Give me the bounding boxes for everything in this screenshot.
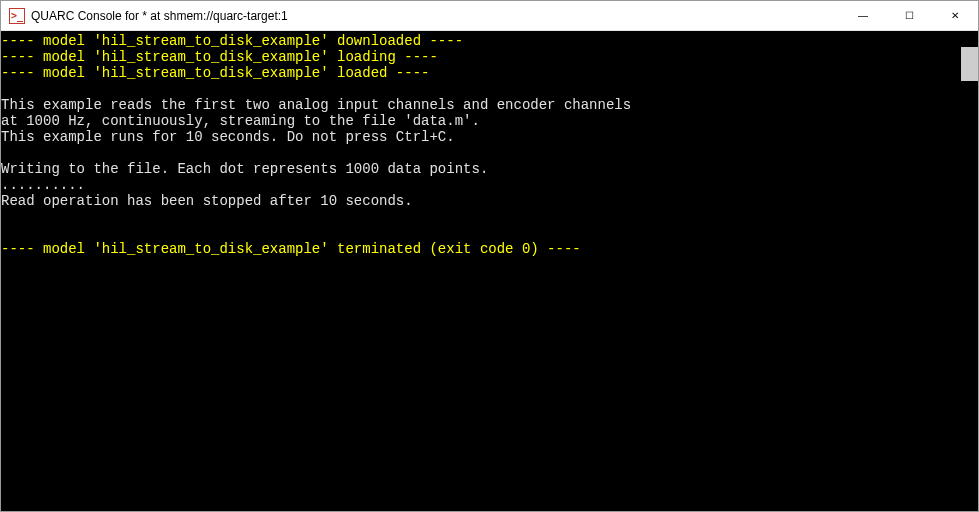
console-area: ---- model 'hil_stream_to_disk_example' … [1, 31, 978, 511]
minimize-button[interactable]: — [840, 1, 886, 30]
console-line: ---- model 'hil_stream_to_disk_example' … [1, 33, 961, 49]
console-line [1, 209, 961, 225]
window-controls: — ☐ ✕ [840, 1, 978, 30]
console-line: Writing to the file. Each dot represents… [1, 161, 961, 177]
close-button[interactable]: ✕ [932, 1, 978, 30]
console-line: at 1000 Hz, continuously, streaming to t… [1, 113, 961, 129]
console-line: This example reads the first two analog … [1, 97, 961, 113]
console-line: Read operation has been stopped after 10… [1, 193, 961, 209]
console-line [1, 81, 961, 97]
window-title: QUARC Console for * at shmem://quarc-tar… [31, 9, 840, 23]
console-line: ---- model 'hil_stream_to_disk_example' … [1, 241, 961, 257]
scroll-up-button[interactable] [961, 31, 978, 47]
scroll-thumb[interactable] [961, 47, 978, 81]
maximize-button[interactable]: ☐ [886, 1, 932, 30]
app-icon: >_ [9, 8, 25, 24]
console-line: ---- model 'hil_stream_to_disk_example' … [1, 49, 961, 65]
console-line: ---- model 'hil_stream_to_disk_example' … [1, 65, 961, 81]
scrollbar[interactable] [961, 31, 978, 511]
titlebar[interactable]: >_ QUARC Console for * at shmem://quarc-… [1, 1, 978, 31]
console-output[interactable]: ---- model 'hil_stream_to_disk_example' … [1, 31, 961, 511]
console-line [1, 225, 961, 241]
console-line: .......... [1, 177, 961, 193]
console-line: This example runs for 10 seconds. Do not… [1, 129, 961, 145]
console-line [1, 145, 961, 161]
